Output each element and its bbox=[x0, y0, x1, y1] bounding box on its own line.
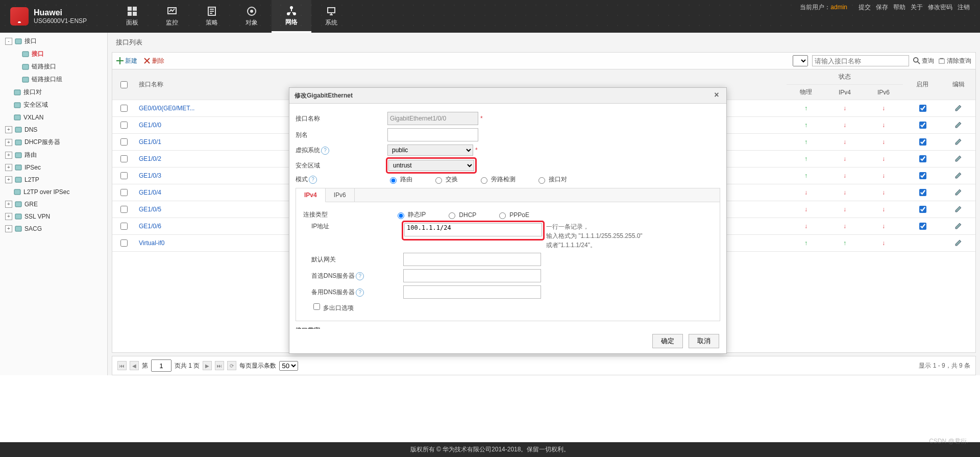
edit-icon[interactable] bbox=[954, 154, 963, 162]
dns2-input[interactable] bbox=[403, 285, 541, 299]
tab-ipv4[interactable]: IPv4 bbox=[296, 188, 326, 202]
nav-object[interactable]: 对象 bbox=[232, 0, 272, 33]
edit-icon[interactable] bbox=[954, 205, 963, 213]
tree-SACG[interactable]: +SACG bbox=[0, 223, 107, 235]
tree-toggle-icon[interactable]: + bbox=[5, 139, 12, 146]
nav-dashboard[interactable]: 面板 bbox=[112, 0, 152, 33]
tab-ipv6[interactable]: IPv6 bbox=[326, 188, 355, 202]
pager-last[interactable]: ⏭ bbox=[215, 361, 224, 370]
toplink-4[interactable]: 修改密码 bbox=[928, 4, 952, 11]
tree-toggle-icon[interactable]: + bbox=[5, 176, 12, 183]
help-icon[interactable]: ? bbox=[321, 147, 329, 155]
tree-toggle-icon[interactable]: + bbox=[5, 201, 12, 208]
edit-icon[interactable] bbox=[954, 238, 963, 247]
tree-安全区域[interactable]: 安全区域 bbox=[0, 99, 107, 111]
mode-pair[interactable]: 接口对 bbox=[536, 175, 567, 184]
mode-route[interactable]: 路由 bbox=[387, 175, 412, 184]
interface-link[interactable]: GE1/0/1 bbox=[139, 138, 161, 146]
interface-link[interactable]: GE0/0/0(GE0/MET... bbox=[139, 105, 194, 112]
help-icon[interactable]: ? bbox=[356, 272, 364, 280]
cancel-button[interactable]: 取消 bbox=[689, 334, 719, 348]
pager-first[interactable]: ⏮ bbox=[117, 361, 127, 370]
search-input[interactable] bbox=[812, 55, 909, 66]
interface-link[interactable]: GE1/0/2 bbox=[139, 155, 161, 162]
interface-link[interactable]: GE1/0/6 bbox=[139, 223, 161, 230]
edit-icon[interactable] bbox=[954, 171, 963, 179]
dns1-input[interactable] bbox=[403, 269, 541, 282]
enable-checkbox[interactable] bbox=[919, 138, 926, 146]
new-button[interactable]: 新建 bbox=[116, 57, 137, 65]
tree-toggle-icon[interactable]: - bbox=[5, 38, 12, 45]
row-checkbox[interactable] bbox=[120, 206, 128, 213]
tree-toggle-icon[interactable]: + bbox=[5, 225, 12, 232]
tree-toggle-icon[interactable]: + bbox=[5, 213, 12, 220]
select-all-checkbox[interactable] bbox=[120, 81, 128, 88]
toplink-2[interactable]: 帮助 bbox=[893, 4, 905, 11]
toplink-5[interactable]: 注销 bbox=[958, 4, 970, 11]
mode-switch[interactable]: 交换 bbox=[433, 175, 458, 184]
conn-static[interactable]: 静态IP bbox=[395, 210, 426, 219]
ip-address-input[interactable] bbox=[404, 223, 542, 236]
row-checkbox[interactable] bbox=[120, 172, 128, 179]
modal-close-button[interactable]: × bbox=[712, 91, 721, 100]
gateway-input[interactable] bbox=[403, 253, 541, 266]
pager-page-input[interactable] bbox=[151, 359, 172, 372]
nav-network[interactable]: 网络 bbox=[272, 0, 311, 33]
tree-IPSec[interactable]: +IPSec bbox=[0, 161, 107, 174]
tree-链路接口组[interactable]: 链路接口组 bbox=[0, 73, 107, 86]
enable-checkbox[interactable] bbox=[919, 155, 926, 162]
row-checkbox[interactable] bbox=[120, 155, 128, 162]
tree-DHCP服务器[interactable]: +DHCP服务器 bbox=[0, 136, 107, 149]
ok-button[interactable]: 确定 bbox=[652, 334, 683, 348]
row-checkbox[interactable] bbox=[120, 239, 128, 247]
clear-search-button[interactable]: 清除查询 bbox=[938, 57, 971, 65]
edit-icon[interactable] bbox=[954, 121, 963, 129]
conn-pppoe[interactable]: PPPoE bbox=[497, 211, 529, 219]
search-button[interactable]: 查询 bbox=[913, 57, 934, 65]
tree-DNS[interactable]: +DNS bbox=[0, 124, 107, 136]
toplink-0[interactable]: 提交 bbox=[859, 4, 871, 11]
tree-链路接口[interactable]: 链路接口 bbox=[0, 60, 107, 73]
vsys-select[interactable]: public bbox=[387, 145, 473, 156]
tree-toggle-icon[interactable]: + bbox=[5, 152, 12, 159]
tree-接口对[interactable]: 接口对 bbox=[0, 86, 107, 99]
pager-prev[interactable]: ◀ bbox=[130, 361, 139, 370]
filter-select[interactable] bbox=[793, 55, 808, 66]
delete-button[interactable]: 删除 bbox=[143, 57, 164, 65]
interface-link[interactable]: GE1/0/4 bbox=[139, 189, 161, 196]
tree-L2TP[interactable]: +L2TP bbox=[0, 174, 107, 186]
enable-checkbox[interactable] bbox=[919, 105, 926, 112]
nav-policy[interactable]: 策略 bbox=[192, 0, 232, 33]
nav-system[interactable]: 系统 bbox=[311, 0, 351, 33]
toplink-3[interactable]: 关于 bbox=[911, 4, 923, 11]
edit-icon[interactable] bbox=[954, 104, 963, 112]
tree-路由[interactable]: +路由 bbox=[0, 149, 107, 161]
row-checkbox[interactable] bbox=[120, 122, 128, 129]
enable-checkbox[interactable] bbox=[919, 206, 926, 213]
pager-next[interactable]: ▶ bbox=[203, 361, 212, 370]
interface-link[interactable]: GE1/0/0 bbox=[139, 122, 161, 129]
tree-VXLAN[interactable]: VXLAN bbox=[0, 111, 107, 124]
interface-link[interactable]: GE1/0/5 bbox=[139, 206, 161, 213]
interface-link[interactable]: GE1/0/3 bbox=[139, 172, 161, 179]
edit-icon[interactable] bbox=[954, 137, 963, 146]
tree-GRE[interactable]: +GRE bbox=[0, 198, 107, 210]
tree-SSL VPN[interactable]: +SSL VPN bbox=[0, 210, 107, 223]
enable-checkbox[interactable] bbox=[919, 223, 926, 230]
enable-checkbox[interactable] bbox=[919, 122, 926, 129]
edit-icon[interactable] bbox=[954, 188, 963, 196]
tree-接口[interactable]: -接口 bbox=[0, 35, 107, 47]
row-checkbox[interactable] bbox=[120, 223, 128, 230]
multiexit-toggle[interactable]: 多出口选项 bbox=[303, 302, 354, 312]
row-checkbox[interactable] bbox=[120, 138, 128, 146]
pager-perpage-select[interactable]: 50 bbox=[279, 361, 298, 371]
conn-dhcp[interactable]: DHCP bbox=[446, 211, 476, 219]
tree-toggle-icon[interactable]: + bbox=[5, 126, 12, 133]
edit-icon[interactable] bbox=[954, 222, 963, 230]
pager-refresh[interactable]: ⟳ bbox=[227, 361, 236, 370]
enable-checkbox[interactable] bbox=[919, 189, 926, 196]
zone-select[interactable]: untrust bbox=[388, 160, 474, 171]
alias-input[interactable] bbox=[387, 128, 478, 141]
help-icon[interactable]: ? bbox=[356, 288, 364, 297]
help-icon[interactable]: ? bbox=[309, 176, 317, 184]
